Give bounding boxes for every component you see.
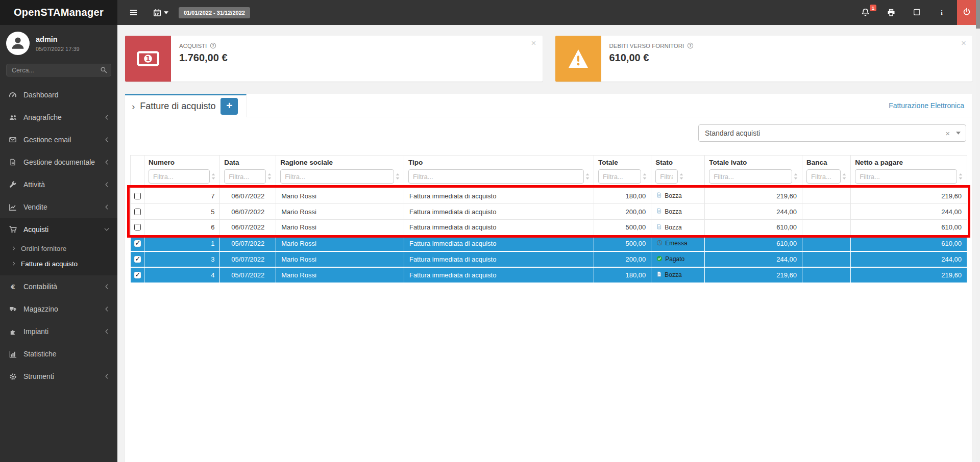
cell-totale: 200,00 [594, 251, 651, 267]
row-checkbox[interactable] [134, 240, 141, 247]
sidebar-item-vendite[interactable]: Vendite [0, 196, 117, 218]
sidebar-item-statistiche[interactable]: Statistiche [0, 343, 117, 365]
sort-icon[interactable] [396, 173, 400, 179]
filter-input-data[interactable] [224, 169, 266, 184]
sidebar-item-gestione-documentale[interactable]: Gestione documentale [0, 151, 117, 173]
scrollbar-thumb[interactable] [976, 0, 980, 29]
filter-input-tipo[interactable] [408, 169, 584, 184]
notifications-button[interactable]: 1 [857, 5, 874, 20]
sidebar-item-anagrafiche[interactable]: Anagrafiche [0, 106, 117, 129]
row-checkbox-cell [131, 220, 144, 236]
sort-icon[interactable] [211, 173, 215, 179]
filter-input-stato[interactable] [655, 169, 678, 184]
row-checkbox[interactable] [134, 193, 141, 199]
date-range-badge[interactable]: 01/01/2022 - 31/12/2022 [179, 7, 250, 18]
search-icon[interactable] [100, 66, 107, 75]
row-checkbox[interactable] [134, 272, 141, 278]
sidebar-item-acquisti[interactable]: Acquisti [0, 218, 117, 241]
select-clear-icon[interactable] [939, 129, 956, 138]
sort-icon[interactable] [842, 173, 846, 179]
chevron-left-icon [104, 137, 110, 143]
cell-totale_ivato: 610,00 [705, 236, 802, 251]
print-button[interactable] [883, 6, 899, 20]
sort-icon[interactable] [794, 173, 798, 179]
table-row[interactable]: 606/07/2022Mario RossiFattura immediata … [131, 220, 967, 236]
row-checkbox[interactable] [134, 256, 141, 263]
sidebar-item-label: Dashboard [23, 91, 59, 99]
sort-icon[interactable] [267, 173, 272, 179]
submenu-acquisti: Ordini fornitoreFatture di acquisto [0, 241, 117, 275]
cell-stato: Pagato [651, 251, 705, 267]
status-cell: Bozza [656, 192, 699, 200]
column-header-data[interactable]: Data [224, 159, 272, 166]
cell-netto_a_pagare: 219,60 [851, 188, 967, 204]
info-button[interactable]: i [934, 6, 949, 19]
sort-icon[interactable] [585, 173, 590, 179]
view-filter-select[interactable]: Standard acquisti [698, 124, 966, 142]
column-header-ragione-sociale[interactable]: Ragione sociale [280, 159, 400, 166]
filter-input-ragione-sociale[interactable] [280, 169, 394, 184]
column-header-tipo[interactable]: Tipo [408, 159, 590, 166]
filter-input-netto-a-pagare[interactable] [855, 169, 957, 184]
sidebar-item-label: Vendite [23, 203, 47, 211]
info-box-label-row: DEBITI VERSO FORNITORI? [609, 42, 694, 49]
info-box-label: DEBITI VERSO FORNITORI [609, 43, 684, 49]
sort-icon[interactable] [643, 173, 647, 179]
manual-button[interactable] [909, 6, 925, 19]
table-row[interactable]: 506/07/2022Mario RossiFattura immediata … [131, 204, 967, 220]
calendar-button[interactable] [149, 6, 173, 20]
table-row[interactable]: 405/07/2022Mario RossiFattura immediata … [131, 267, 967, 283]
logout-button[interactable] [957, 0, 976, 25]
sidebar-item-strumenti[interactable]: Strumenti [0, 365, 117, 388]
sidebar-item-gestione-email[interactable]: Gestione email [0, 129, 117, 151]
cell-ragione_sociale: Mario Rossi [276, 267, 404, 283]
sort-icon[interactable] [679, 173, 683, 179]
table-row[interactable]: 305/07/2022Mario RossiFattura immediata … [131, 251, 967, 267]
user-name: admin [36, 35, 80, 43]
sidebar-item-attivita[interactable]: Attività [0, 173, 117, 196]
filter-input-numero[interactable] [149, 169, 210, 184]
sidebar-toggle-button[interactable] [125, 6, 142, 19]
sidebar-item-ordini-fornitore[interactable]: Ordini fornitore [0, 241, 117, 256]
column-header-numero[interactable]: Numero [149, 159, 215, 166]
close-icon[interactable] [961, 39, 966, 47]
column-header-stato[interactable]: Stato [655, 159, 700, 166]
power-icon [963, 8, 971, 17]
draft-icon [656, 192, 662, 200]
page-scrollbar[interactable] [976, 0, 980, 462]
column-filter-netto-a-pagare [855, 169, 963, 184]
row-checkbox[interactable] [134, 209, 141, 215]
table-row[interactable]: 706/07/2022Mario RossiFattura immediata … [131, 188, 967, 204]
select-caret-icon[interactable] [956, 132, 961, 135]
sidebar-item-impianti[interactable]: Impianti [0, 320, 117, 343]
column-header-banca[interactable]: Banca [806, 159, 846, 166]
sidebar-item-magazzino[interactable]: Magazzino [0, 298, 117, 320]
column-banca: Banca [802, 156, 851, 188]
add-record-button[interactable]: + [220, 98, 238, 115]
filter-input-totale-ivato[interactable] [709, 169, 792, 184]
column-header-totale-ivato[interactable]: Totale ivato [709, 159, 798, 166]
question-icon[interactable]: ? [687, 42, 694, 49]
sort-icon[interactable] [959, 173, 963, 179]
bell-icon [861, 8, 870, 17]
cell-ragione_sociale: Mario Rossi [276, 251, 404, 267]
sidebar-item-dashboard[interactable]: Dashboard [0, 84, 117, 106]
app-logo[interactable]: OpenSTAManager [0, 0, 117, 25]
close-icon[interactable] [531, 39, 536, 47]
sidebar-item-fatture-di-acquisto[interactable]: Fatture di acquisto [0, 256, 117, 271]
row-checkbox[interactable] [134, 224, 141, 230]
cell-stato: Bozza [651, 267, 705, 283]
filter-input-totale[interactable] [598, 169, 641, 184]
question-icon[interactable]: ? [210, 42, 216, 49]
filter-input-banca[interactable] [806, 169, 841, 184]
fatturazione-elettronica-link[interactable]: Fatturazione Elettronica [889, 101, 972, 110]
table-row[interactable]: 105/07/2022Mario RossiFattura immediata … [131, 236, 967, 251]
search-input[interactable] [6, 64, 111, 76]
column-header-totale[interactable]: Totale [598, 159, 647, 166]
cell-tipo: Fattura immediata di acquisto [404, 251, 594, 267]
column-header-netto-a-pagare[interactable]: Netto a pagare [855, 159, 963, 166]
sidebar-item-contabilita[interactable]: €Contabilità [0, 275, 117, 298]
sidebar-item-label: Contabilità [23, 283, 57, 291]
column-filter-numero [149, 169, 215, 184]
tab-fatture-di-acquisto[interactable]: Fatture di acquisto + [125, 94, 247, 117]
